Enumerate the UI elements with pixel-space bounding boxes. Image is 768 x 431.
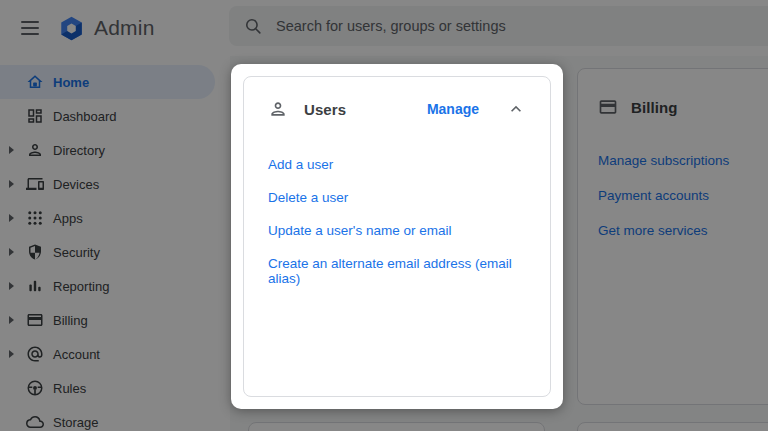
add-user-link[interactable]: Add a user xyxy=(268,157,526,172)
person-icon xyxy=(268,99,288,119)
users-card-header: Users Manage xyxy=(268,99,526,119)
manage-users-link[interactable]: Manage xyxy=(427,101,479,117)
users-card-links: Add a user Delete a user Update a user's… xyxy=(268,157,526,286)
chevron-up-icon xyxy=(506,99,526,119)
collapse-card-button[interactable] xyxy=(506,99,526,119)
create-email-alias-link[interactable]: Create an alternate email address (email… xyxy=(268,256,526,286)
admin-console-window: Admin Home Dashboard xyxy=(0,0,768,431)
delete-user-link[interactable]: Delete a user xyxy=(268,190,526,205)
update-user-link[interactable]: Update a user's name or email xyxy=(268,223,526,238)
spotlight-highlight: Users Manage Add a user Delete a user Up… xyxy=(231,64,563,409)
users-card-title: Users xyxy=(304,101,346,118)
users-card: Users Manage Add a user Delete a user Up… xyxy=(243,76,551,397)
